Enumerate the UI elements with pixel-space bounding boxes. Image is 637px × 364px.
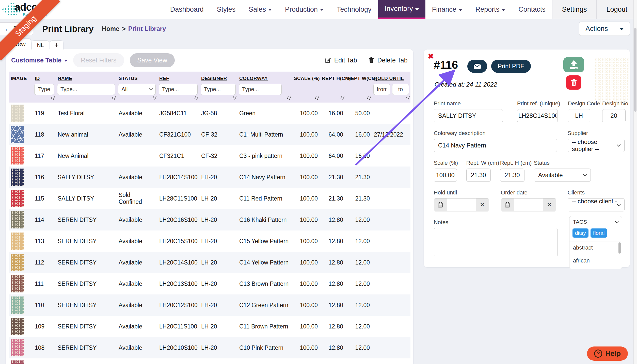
tab-add[interactable]: + bbox=[50, 40, 63, 49]
print-thumbnail[interactable] bbox=[11, 254, 24, 271]
print-thumbnail[interactable] bbox=[594, 58, 630, 103]
col-hold-until[interactable]: HOLD UNTIL bbox=[372, 72, 410, 82]
upload-image-button[interactable] bbox=[563, 57, 584, 72]
col-name[interactable]: NAME bbox=[56, 72, 117, 82]
table-row[interactable]: 110 SEREN DITSY Available LH20C12S100 LH… bbox=[9, 294, 410, 316]
table-row[interactable]: 111 SEREN DITSY Available LH20C13S100 LH… bbox=[9, 273, 410, 294]
design-code-input[interactable] bbox=[568, 109, 590, 122]
table-row[interactable]: 119 Test Floral Available JG584C11 JG-58… bbox=[9, 103, 410, 124]
tag-option[interactable]: african bbox=[569, 254, 622, 267]
tag-chip[interactable]: ditsy bbox=[572, 228, 588, 238]
print-thumbnail[interactable] bbox=[11, 105, 24, 122]
col-id[interactable]: ID bbox=[33, 72, 56, 82]
table-row[interactable]: 118 New animal Available CF321C100 CF-32… bbox=[9, 124, 410, 145]
column-resize-handle[interactable] bbox=[233, 96, 237, 100]
filter-ref-input[interactable] bbox=[159, 84, 198, 95]
notes-textarea[interactable] bbox=[434, 228, 558, 256]
print-thumbnail[interactable] bbox=[11, 275, 24, 292]
nav-sales[interactable]: Sales bbox=[242, 0, 278, 19]
print-name-input[interactable] bbox=[434, 109, 503, 122]
column-resize-handle[interactable] bbox=[112, 96, 116, 100]
nav-technology[interactable]: Technology bbox=[330, 0, 378, 19]
status-select[interactable]: Available bbox=[534, 169, 591, 182]
column-resize-handle[interactable] bbox=[51, 96, 55, 100]
nav-styles[interactable]: Styles bbox=[210, 0, 242, 19]
delete-tab-button[interactable]: Delete Tab bbox=[368, 57, 408, 64]
nav-inventory[interactable]: Inventory bbox=[378, 0, 425, 19]
column-resize-handle[interactable] bbox=[195, 96, 199, 100]
filter-hold-to-input[interactable] bbox=[392, 84, 409, 95]
nav-logout[interactable]: Logout bbox=[596, 0, 637, 19]
print-thumbnail[interactable] bbox=[11, 126, 24, 143]
filter-status-select[interactable]: All bbox=[118, 84, 156, 95]
col-designer[interactable]: DESIGNER bbox=[199, 72, 237, 82]
table-row[interactable]: 115 SALLY DITSY Sold Confined LH28C11S10… bbox=[9, 188, 410, 209]
print-thumbnail[interactable] bbox=[11, 296, 24, 314]
customise-table-button[interactable]: Customise Table bbox=[11, 57, 68, 64]
print-thumbnail[interactable] bbox=[11, 360, 24, 364]
print-thumbnail[interactable] bbox=[11, 190, 24, 207]
page-scrollbar[interactable] bbox=[633, 0, 637, 364]
tag-option[interactable]: abstract bbox=[569, 241, 622, 254]
filter-id-input[interactable] bbox=[34, 84, 54, 95]
table-row[interactable]: 108 SEREN DITSY Available LH20C10S100 LH… bbox=[9, 337, 410, 358]
colorway-description-input[interactable] bbox=[434, 139, 557, 152]
rept-h-input[interactable] bbox=[500, 169, 524, 182]
nav-dashboard[interactable]: Dashboard bbox=[164, 0, 210, 19]
help-button[interactable]: ? Help bbox=[587, 346, 628, 361]
clear-date-icon[interactable]: ✕ bbox=[476, 198, 489, 211]
column-resize-handle[interactable] bbox=[341, 96, 345, 100]
table-row[interactable]: 113 SEREN DITSY Available LH20C15S100 LH… bbox=[9, 230, 410, 252]
reset-filters-button[interactable]: Reset Filters bbox=[73, 53, 124, 67]
column-resize-handle[interactable] bbox=[367, 96, 371, 100]
print-ref-input[interactable] bbox=[517, 109, 558, 122]
edit-tab-button[interactable]: Edit Tab bbox=[325, 57, 357, 64]
supplier-select[interactable]: -- choose supplier -- bbox=[568, 139, 625, 152]
print-thumbnail[interactable] bbox=[11, 169, 24, 186]
table-row[interactable]: 109 SEREN DITSY Available LH20C11S100 LH… bbox=[9, 316, 410, 337]
design-no-input[interactable] bbox=[602, 109, 626, 122]
tag-option[interactable]: animal bbox=[569, 267, 622, 269]
scale-input[interactable] bbox=[434, 169, 457, 182]
filter-hold-from-input[interactable] bbox=[373, 84, 390, 95]
table-row[interactable]: 116 SALLY DITSY Available LH28C14S100 LH… bbox=[9, 167, 410, 188]
tags-dropdown[interactable]: TAGS bbox=[569, 216, 622, 227]
nav-settings[interactable]: Settings bbox=[552, 0, 597, 19]
tags-scrollbar[interactable] bbox=[618, 242, 621, 254]
table-row[interactable]: 112 SEREN DITSY Available LH20C14S100 LH… bbox=[9, 252, 410, 273]
tab-nl[interactable]: NL bbox=[31, 40, 49, 49]
order-date-input[interactable] bbox=[514, 198, 543, 211]
breadcrumb-home[interactable]: Home bbox=[102, 25, 119, 32]
hold-until-input[interactable] bbox=[447, 198, 476, 211]
clear-date-icon[interactable]: ✕ bbox=[543, 198, 556, 211]
email-button[interactable] bbox=[467, 60, 487, 73]
calendar-icon[interactable] bbox=[501, 198, 514, 211]
column-resize-handle[interactable] bbox=[406, 96, 410, 100]
print-thumbnail[interactable] bbox=[11, 233, 24, 250]
col-ref[interactable]: REF bbox=[157, 72, 199, 82]
col-colorway[interactable]: COLORWAY bbox=[237, 72, 292, 82]
clients-select[interactable]: -- choose client -- bbox=[568, 198, 625, 211]
print-thumbnail[interactable] bbox=[11, 147, 24, 164]
table-row[interactable]: 114 SEREN DITSY Available LH20C16S100 LH… bbox=[9, 209, 410, 230]
nav-production[interactable]: Production bbox=[278, 0, 330, 19]
scrollbar-thumb[interactable] bbox=[634, 28, 636, 112]
save-view-button[interactable]: Save View bbox=[130, 53, 175, 67]
column-resize-handle[interactable] bbox=[287, 96, 291, 100]
print-thumbnail[interactable] bbox=[11, 339, 24, 356]
print-thumbnail[interactable] bbox=[11, 211, 24, 228]
table-row[interactable]: 117 New Animal CF321C1 CF-32 C3 - pink p… bbox=[9, 145, 410, 167]
nav-contacts[interactable]: Contacts bbox=[512, 0, 552, 19]
close-panel-icon[interactable]: ✖ bbox=[428, 53, 434, 60]
nav-finance[interactable]: Finance bbox=[425, 0, 469, 19]
filter-designer-input[interactable] bbox=[201, 84, 236, 95]
column-resize-handle[interactable] bbox=[315, 96, 319, 100]
tag-chip[interactable]: floral bbox=[591, 228, 607, 238]
rept-w-input[interactable] bbox=[466, 169, 491, 182]
table-row[interactable]: 107 SEREN DITSY Available LH20C9S100 LH-… bbox=[9, 358, 410, 364]
print-pdf-button[interactable]: Print PDF bbox=[491, 60, 531, 73]
actions-dropdown[interactable]: Actions bbox=[579, 22, 630, 36]
delete-image-button[interactable] bbox=[566, 75, 581, 90]
nav-reports[interactable]: Reports bbox=[469, 0, 512, 19]
calendar-icon[interactable] bbox=[434, 198, 447, 211]
